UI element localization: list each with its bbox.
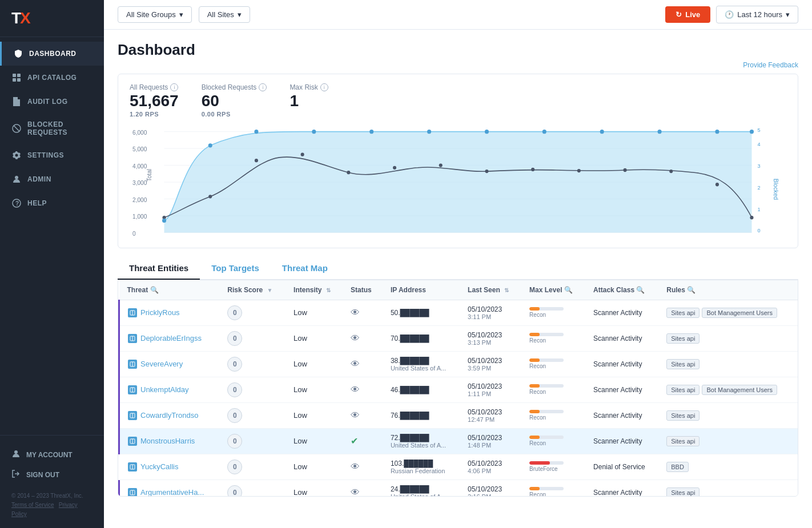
search-icon[interactable]: 🔍 xyxy=(564,286,573,294)
threat-icon xyxy=(128,334,137,343)
svg-point-45 xyxy=(427,130,431,134)
tab-top-targets[interactable]: Top Targets xyxy=(200,257,271,280)
blocked-info-icon[interactable]: i xyxy=(259,83,267,91)
rule-tag: Sites api xyxy=(666,333,700,344)
max-level-cell: Recon xyxy=(521,300,585,325)
svg-text:0: 0 xyxy=(132,230,136,236)
svg-text:Total: Total xyxy=(147,168,153,181)
col-max-level[interactable]: Max Level 🔍 xyxy=(521,280,585,300)
live-button[interactable]: ↻ Live xyxy=(665,6,710,23)
risk-score-badge: 0 xyxy=(227,305,242,320)
terms-link[interactable]: Terms of Service xyxy=(11,502,54,508)
threat-name[interactable]: ArgumentativeHa... xyxy=(128,488,211,497)
ip-cell: 24.██████ United States of A... xyxy=(383,479,460,497)
sidebar-item-audit-log[interactable]: AUDIT LOG xyxy=(0,90,104,114)
threat-name[interactable]: SevereAvery xyxy=(128,360,211,369)
sign-out-label: SIGN OUT xyxy=(26,471,59,479)
sidebar-item-api-catalog[interactable]: API CATALOG xyxy=(0,66,104,90)
sort-icon: ▼ xyxy=(267,287,273,293)
svg-text:6,000: 6,000 xyxy=(132,129,147,135)
col-attack-class[interactable]: Attack Class 🔍 xyxy=(585,280,658,300)
table-body: PricklyRous 0 Low 👁 50.██████ 05/10/2023… xyxy=(119,300,798,497)
threat-icon xyxy=(128,411,137,420)
sidebar-item-my-account[interactable]: MY ACCOUNT xyxy=(11,445,93,465)
search-icon[interactable]: 🔍 xyxy=(687,286,696,294)
table-row: UnkemptAlday 0 Low 👁 46.██████ 05/10/202… xyxy=(119,377,798,402)
svg-point-37 xyxy=(669,170,673,173)
svg-point-44 xyxy=(369,130,373,134)
threat-name[interactable]: DeplorableErIngss xyxy=(128,334,211,343)
table-header: Threat 🔍 Risk Score ▼ Intensity ⇅ xyxy=(119,280,798,300)
rule-tag: Sites api xyxy=(666,487,700,497)
threat-name[interactable]: CowardlyTrondso xyxy=(128,411,211,420)
status-eye-icon: 👁 xyxy=(351,333,360,343)
exit-icon xyxy=(11,469,21,480)
threat-icon xyxy=(128,360,137,369)
rules-cell: Sites api xyxy=(658,479,798,497)
col-risk-score[interactable]: Risk Score ▼ xyxy=(219,280,286,300)
feedback-link[interactable]: Provide Feedback xyxy=(118,61,798,69)
svg-point-41 xyxy=(208,143,212,147)
all-requests-value: 51,667 xyxy=(130,91,179,111)
max-risk-info-icon[interactable]: i xyxy=(320,83,328,91)
col-last-seen[interactable]: Last Seen ⇅ xyxy=(460,280,521,300)
sidebar-item-dashboard[interactable]: DASHBOARD xyxy=(0,42,104,66)
tab-threat-entities[interactable]: Threat Entities xyxy=(118,257,200,280)
threat-icon xyxy=(128,308,137,317)
attack-class-cell: Scanner Activity xyxy=(585,402,658,428)
sidebar-item-admin[interactable]: ADMIN xyxy=(0,167,104,191)
sidebar-item-settings[interactable]: SETTINGS xyxy=(0,143,104,167)
table-row: SevereAvery 0 Low 👁 38.██████ United Sta… xyxy=(119,351,798,377)
svg-rect-0 xyxy=(13,74,16,77)
file-icon xyxy=(11,96,22,107)
sidebar-item-blocked-requests[interactable]: BLOCKED REQUESTS xyxy=(0,114,104,143)
svg-text:2: 2 xyxy=(758,184,761,190)
ip-cell: 46.██████ xyxy=(383,377,460,402)
attack-class-cell: Denial of Service xyxy=(585,454,658,479)
svg-point-27 xyxy=(208,195,212,198)
intensity-cell: Low xyxy=(286,454,343,479)
sidebar-item-sign-out[interactable]: SIGN OUT xyxy=(11,465,93,485)
sidebar-item-help[interactable]: ? HELP xyxy=(0,191,104,215)
sidebar-item-label: SETTINGS xyxy=(27,151,64,159)
site-groups-dropdown[interactable]: All Site Groups ▾ xyxy=(118,6,192,23)
col-ip-address: IP Address xyxy=(383,280,460,300)
col-intensity[interactable]: Intensity ⇅ xyxy=(286,280,343,300)
threat-name[interactable]: MonstrousHarris xyxy=(128,437,211,446)
threat-name[interactable]: PricklyRous xyxy=(128,308,211,317)
stats-chart-card: All Requests i 51,667 1.20 RPS Blocked R… xyxy=(118,74,798,248)
refresh-icon: ↻ xyxy=(676,10,682,19)
status-cell: 👁 xyxy=(343,351,383,377)
tab-threat-map[interactable]: Threat Map xyxy=(271,257,339,280)
block-icon xyxy=(11,123,22,134)
ip-cell: 38.██████ United States of A... xyxy=(383,351,460,377)
sites-dropdown[interactable]: All Sites ▾ xyxy=(199,6,250,23)
search-icon[interactable]: 🔍 xyxy=(636,286,645,294)
last-seen-cell: 05/10/2023 12:47 PM xyxy=(460,402,521,428)
threat-name[interactable]: YuckyCallis xyxy=(128,462,211,471)
tabs-header: Threat Entities Top Targets Threat Map xyxy=(118,257,798,280)
col-threat[interactable]: Threat 🔍 xyxy=(119,280,220,300)
requests-chart: 0 1,000 2,000 3,000 4,000 5,000 6,000 7,… xyxy=(130,124,786,239)
svg-text:5,000: 5,000 xyxy=(132,146,147,152)
sidebar-nav: DASHBOARD API CATALOG AUDIT LOG BLOCKED … xyxy=(0,37,104,435)
all-requests-info-icon[interactable]: i xyxy=(170,83,178,91)
grid-icon xyxy=(11,72,22,83)
max-level-cell: Recon xyxy=(521,428,585,454)
svg-point-32 xyxy=(439,163,443,167)
intensity-cell: Low xyxy=(286,428,343,454)
time-range-button[interactable]: 🕐 Last 12 hours ▾ xyxy=(716,6,798,23)
threat-name[interactable]: UnkemptAlday xyxy=(128,385,211,394)
last-seen-cell: 05/10/2023 1:48 PM xyxy=(460,428,521,454)
attack-class-cell: Scanner Activity xyxy=(585,479,658,497)
help-icon: ? xyxy=(11,198,22,208)
threat-icon xyxy=(128,488,137,497)
status-eye-icon: 👁 xyxy=(351,410,360,420)
col-rules[interactable]: Rules 🔍 xyxy=(658,280,798,300)
person-icon xyxy=(11,174,22,184)
svg-point-28 xyxy=(255,159,258,162)
last-seen-cell: 05/10/2023 2:16 PM xyxy=(460,479,521,497)
search-icon[interactable]: 🔍 xyxy=(150,286,159,294)
sidebar-item-label: API CATALOG xyxy=(27,74,77,82)
chevron-down-icon: ▾ xyxy=(238,10,242,19)
